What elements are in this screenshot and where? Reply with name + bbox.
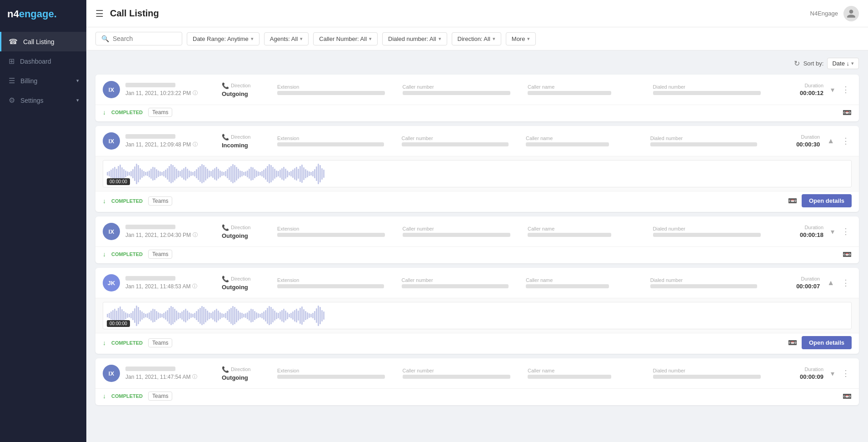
dialed-number-filter[interactable]: Dialed number: All ▾ — [382, 32, 447, 45]
expand-button[interactable]: ▲ — [825, 135, 836, 147]
waveform-container[interactable]: 00:00:00 — [103, 160, 852, 187]
waveform-bar — [178, 312, 179, 319]
waveform-bar — [219, 312, 221, 319]
date-range-filter[interactable]: Date Range: Anytime ▾ — [187, 32, 259, 45]
voicemail-icon[interactable]: 📼 — [843, 250, 852, 259]
waveform-bar — [170, 164, 172, 183]
search-input[interactable] — [113, 35, 176, 42]
expand-button[interactable]: ▾ — [829, 226, 836, 238]
sidebar-item-label: Billing — [20, 77, 71, 85]
menu-icon[interactable]: ☰ — [95, 8, 104, 19]
waveform-bar — [201, 306, 203, 325]
waveform-bar — [254, 169, 255, 178]
dialed-number-label: Dialed number — [650, 277, 769, 283]
topbar-brand: N4Engage — [810, 10, 838, 17]
waveform-bar — [309, 171, 310, 176]
dialed-number-col: Dialed number — [653, 84, 773, 95]
caller-name-col: Caller name — [528, 368, 648, 379]
call-card: IX Jan 11, 2021, 12:09:48 PM ⓘ 📞 Directi… — [95, 126, 859, 212]
sidebar-item-call-listing[interactable]: ☎ Call Listing — [0, 32, 86, 51]
waveform-bar — [241, 171, 243, 176]
chevron-down-icon: ▾ — [251, 36, 254, 42]
waveform-bar — [259, 172, 261, 176]
waveform-bar — [269, 164, 270, 183]
call-info: Jan 11, 2021, 11:47:54 AM ⓘ — [125, 367, 216, 380]
waveform-bar — [189, 171, 190, 177]
more-options-button[interactable]: ⋮ — [840, 367, 852, 380]
call-row: IX Jan 11, 2021, 10:23:22 PM ⓘ 📞 Directi… — [95, 75, 859, 105]
dialed-number-value-redacted — [650, 284, 757, 288]
caller-name-value-redacted — [526, 142, 609, 146]
info-icon[interactable]: ⓘ — [193, 90, 198, 96]
caller-name-col: Caller name — [526, 136, 645, 146]
caller-number-value-redacted — [403, 233, 510, 237]
dialed-number-value-redacted — [653, 233, 761, 237]
expand-button[interactable]: ▾ — [829, 367, 836, 380]
caller-number-filter[interactable]: Caller Number: All ▾ — [313, 32, 378, 45]
waveform-bar — [219, 171, 221, 177]
direction-filter[interactable]: Direction: All ▾ — [452, 32, 501, 45]
duration-value: 00:00:18 — [778, 231, 823, 238]
waveform-bar — [209, 171, 210, 177]
waveform-bar — [180, 313, 181, 318]
waveform-bar — [152, 167, 154, 181]
waveform-bar — [227, 311, 228, 320]
open-details-button[interactable]: Open details — [802, 194, 852, 207]
search-box[interactable]: 🔍 — [95, 32, 182, 45]
waveform-bar — [180, 171, 181, 176]
waveform-bar — [110, 170, 112, 178]
waveform-bar — [169, 308, 170, 324]
expand-button[interactable]: ▲ — [825, 277, 836, 289]
more-filter[interactable]: More ▾ — [506, 32, 536, 45]
duration-label: Duration — [778, 367, 823, 372]
waveform-bar — [167, 168, 168, 180]
more-options-button[interactable]: ⋮ — [840, 225, 852, 238]
more-options-button[interactable]: ⋮ — [840, 83, 852, 96]
voicemail-icon[interactable]: 📼 — [788, 196, 797, 205]
waveform-bar — [252, 309, 254, 322]
info-icon[interactable]: ⓘ — [192, 283, 197, 290]
sidebar-item-label: Dashboard — [20, 58, 79, 65]
waveform-bar — [147, 171, 148, 176]
sort-date-button[interactable]: Date ↓ ▾ — [827, 58, 859, 69]
waveform-bar — [223, 314, 224, 317]
waveform-container[interactable]: 00:00:00 — [103, 302, 852, 329]
more-options-button[interactable]: ⋮ — [840, 276, 852, 290]
waveform-bar — [298, 169, 299, 179]
direction-value: Outgoing — [222, 232, 272, 239]
info-icon[interactable]: ⓘ — [193, 231, 198, 238]
info-icon[interactable]: ⓘ — [193, 141, 198, 148]
call-info: Jan 11, 2021, 10:23:22 PM ⓘ — [125, 83, 216, 96]
voicemail-icon[interactable]: 📼 — [843, 392, 852, 401]
sidebar-item-settings[interactable]: ⚙ Settings ▾ — [0, 90, 86, 110]
waveform-bar — [187, 169, 188, 179]
sidebar-item-billing[interactable]: ☰ Billing ▾ — [0, 71, 86, 90]
voicemail-icon[interactable]: 📼 — [788, 338, 797, 347]
sidebar-item-dashboard[interactable]: ⊞ Dashboard — [0, 51, 86, 71]
expand-button[interactable]: ▾ — [829, 84, 836, 96]
status-arrow-icon: ↓ — [103, 251, 106, 258]
user-avatar[interactable] — [843, 6, 859, 21]
caller-number-value-redacted — [403, 375, 510, 379]
waveform-bar — [281, 310, 283, 321]
waveform-bar — [205, 167, 206, 181]
waveform-bar — [216, 167, 217, 181]
info-icon[interactable]: ⓘ — [192, 373, 197, 380]
dialed-number-col: Dialed number — [650, 136, 769, 146]
waveform-bar — [212, 170, 214, 178]
more-options-button[interactable]: ⋮ — [840, 134, 852, 148]
waveform-bar — [147, 313, 148, 318]
duration-value: 00:00:12 — [778, 90, 823, 96]
waveform-bar — [149, 171, 150, 177]
refresh-icon[interactable]: ↻ — [794, 59, 800, 68]
open-details-button[interactable]: Open details — [802, 336, 852, 349]
waveform-bar — [165, 311, 166, 320]
dialed-number-value-redacted — [653, 375, 761, 379]
voicemail-icon[interactable]: 📼 — [843, 108, 852, 117]
waveform-bar — [143, 171, 145, 176]
caller-avatar: IX — [103, 81, 120, 98]
call-row: IX Jan 11, 2021, 12:09:48 PM ⓘ 📞 Directi… — [95, 126, 859, 156]
caller-number-value-redacted — [402, 284, 509, 288]
agents-filter[interactable]: Agents: All ▾ — [264, 32, 309, 45]
caller-avatar: JK — [103, 274, 120, 291]
